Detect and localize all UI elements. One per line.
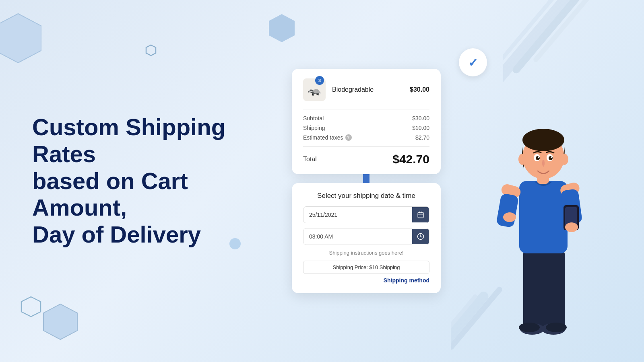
shipping-card: Select your shipping date & time <box>292 183 441 293</box>
svg-point-37 <box>536 156 540 160</box>
divider-1 <box>303 109 429 109</box>
product-price: $30.00 <box>410 86 429 93</box>
svg-point-40 <box>551 156 552 158</box>
person-illustration <box>495 80 588 362</box>
shipping-row: Shipping $10.00 <box>303 125 429 131</box>
subtotal-label: Subtotal <box>303 115 324 121</box>
time-input-row[interactable] <box>303 228 429 245</box>
svg-rect-12 <box>418 212 423 218</box>
calendar-button[interactable] <box>412 207 429 222</box>
taxes-value: $2.70 <box>415 134 429 141</box>
svg-rect-18 <box>543 249 565 330</box>
product-row: 3 🦡 Biodegradable $30.00 <box>303 78 429 101</box>
product-badge: 3 <box>315 76 324 85</box>
svg-rect-23 <box>519 181 568 253</box>
total-row: Total $42.70 <box>303 152 429 166</box>
svg-point-34 <box>522 129 564 151</box>
total-label: Total <box>303 156 317 163</box>
shipping-value: $10.00 <box>412 125 429 131</box>
main-title: Custom Shipping Rates based on Cart Amou… <box>32 114 258 248</box>
shipping-method-label: Shipping method <box>303 277 429 284</box>
time-input[interactable] <box>303 228 412 245</box>
subtotal-value: $30.00 <box>412 115 429 121</box>
svg-point-30 <box>565 222 578 232</box>
info-icon: ? <box>345 134 352 141</box>
taxes-label: Estimated taxes ? <box>303 134 352 141</box>
svg-point-38 <box>549 156 553 160</box>
total-amount: $42.70 <box>392 152 429 166</box>
svg-point-21 <box>519 323 540 332</box>
clock-icon <box>417 233 424 240</box>
card-connector <box>363 174 369 183</box>
total-divider <box>303 146 429 147</box>
svg-point-41 <box>518 154 526 165</box>
check-icon: ✓ <box>468 56 478 70</box>
taxes-row: Estimated taxes ? $2.70 <box>303 134 429 141</box>
svg-point-42 <box>560 154 568 165</box>
svg-point-31 <box>503 212 516 222</box>
shipping-card-title: Select your shipping date & time <box>303 192 429 200</box>
order-summary-card: 3 🦡 Biodegradable $30.00 Subtotal $30.00… <box>292 69 441 174</box>
svg-point-22 <box>546 323 567 332</box>
date-input[interactable] <box>303 207 412 223</box>
svg-rect-17 <box>523 249 545 330</box>
shipping-instructions: Shipping instructions goes here! <box>303 250 429 256</box>
check-circle: ✓ <box>459 48 487 76</box>
shipping-price-tag: Shipping Price: $10 Shipping <box>303 261 429 274</box>
calendar-icon <box>417 211 424 218</box>
cards-section: 3 🦡 Biodegradable $30.00 Subtotal $30.00… <box>282 69 451 293</box>
svg-point-39 <box>538 156 539 158</box>
product-name: Biodegradable <box>332 86 410 93</box>
svg-rect-25 <box>496 193 519 228</box>
right-section: ✓ <box>451 0 612 362</box>
subtotal-row: Subtotal $30.00 <box>303 115 429 121</box>
date-input-row[interactable] <box>303 206 429 223</box>
hero-text: Custom Shipping Rates based on Cart Amou… <box>32 114 282 248</box>
shipping-label: Shipping <box>303 125 325 131</box>
clock-button[interactable] <box>412 229 429 244</box>
